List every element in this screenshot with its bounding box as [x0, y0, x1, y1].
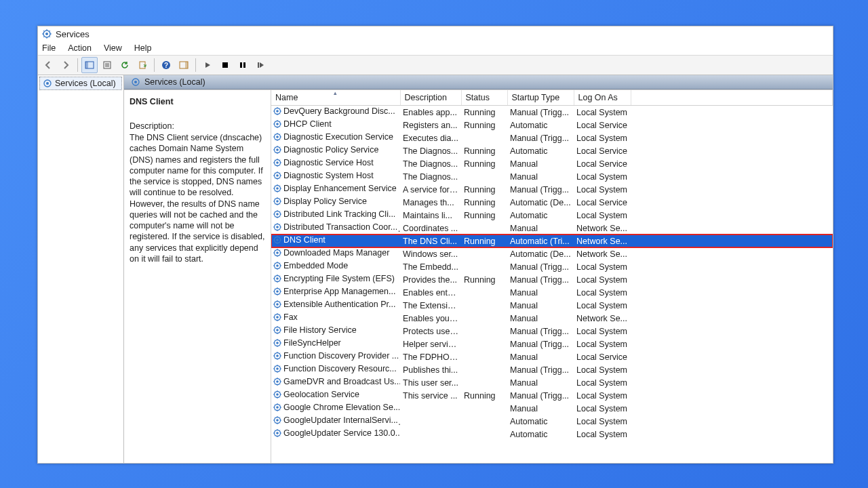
help-button[interactable]: ? — [158, 57, 174, 73]
stop-button[interactable] — [217, 57, 233, 73]
forward-button[interactable] — [58, 57, 74, 73]
cell-description: Enables app... — [400, 106, 461, 119]
description-label: Description: — [130, 121, 265, 131]
cell-status — [461, 222, 507, 235]
table-row[interactable]: DNS ClientThe DNS Cli...RunningAutomatic… — [271, 235, 833, 247]
export-list-button[interactable] — [134, 57, 151, 73]
column-header-description[interactable]: Description — [400, 90, 461, 106]
cell-name: Distributed Transaction Coor... — [283, 222, 397, 232]
cell-description: Protects user... — [400, 325, 461, 338]
cell-status: Running — [461, 273, 507, 286]
cell-log-on-as: Network Se... — [574, 222, 631, 235]
cell-log-on-as: Local System — [574, 209, 631, 222]
show-hide-action-pane-button[interactable] — [176, 57, 192, 73]
gear-icon — [273, 403, 282, 412]
cell-log-on-as: Local System — [574, 273, 631, 286]
properties-button[interactable] — [99, 57, 115, 73]
table-row[interactable]: Distributed Transaction Coor...Coordinat… — [271, 222, 833, 235]
cell-startup-type: Automatic — [507, 209, 574, 222]
column-header-name[interactable]: Name▴ — [271, 90, 400, 106]
cell-description: The Embedd... — [400, 260, 461, 273]
column-header-startup-type[interactable]: Startup Type — [507, 90, 574, 106]
column-header-spacer — [631, 90, 833, 106]
show-hide-tree-button[interactable] — [81, 57, 98, 73]
column-header-log-on-as[interactable]: Log On As — [574, 90, 631, 106]
menu-action[interactable]: Action — [68, 43, 92, 53]
refresh-button[interactable] — [117, 57, 133, 73]
services-icon — [131, 77, 140, 87]
restart-button[interactable] — [252, 57, 269, 73]
cell-status — [461, 350, 507, 363]
table-row[interactable]: Extensible Authentication Pr...The Exten… — [271, 299, 833, 312]
svg-rect-13 — [222, 62, 228, 68]
table-row[interactable]: GoogleUpdater Service 130.0...AutomaticL… — [271, 428, 833, 441]
table-row[interactable]: File History ServiceProtects user...Manu… — [271, 325, 833, 338]
cell-description: The DNS Cli... — [400, 235, 461, 247]
table-row[interactable]: Function Discovery Provider ...The FDPHO… — [271, 350, 833, 363]
table-row[interactable]: Display Policy ServiceManages th...Runni… — [271, 196, 833, 209]
pause-button[interactable] — [235, 57, 251, 73]
svg-point-40 — [276, 226, 279, 228]
menu-help[interactable]: Help — [134, 43, 152, 53]
table-row[interactable]: GameDVR and Broadcast Us...This user ser… — [271, 376, 833, 389]
table-row[interactable]: Enterprise App Managemen...Enables ente.… — [271, 286, 833, 299]
cell-name: Fax — [283, 312, 298, 322]
menu-file[interactable]: File — [42, 43, 56, 53]
cell-status — [461, 260, 507, 273]
svg-point-58 — [276, 342, 279, 344]
table-row[interactable]: GoogleUpdater InternalServi...AutomaticL… — [271, 415, 833, 428]
start-button[interactable] — [199, 57, 216, 73]
cell-name: Diagnostic System Host — [283, 171, 374, 180]
cell-description: This user ser... — [400, 376, 461, 389]
cell-description: Publishes thi... — [400, 363, 461, 376]
cell-startup-type: Automatic — [507, 415, 574, 428]
table-row[interactable]: DHCP ClientRegisters an...RunningAutomat… — [271, 119, 833, 131]
table-row[interactable]: Encrypting File System (EFS)Provides the… — [271, 273, 833, 286]
table-row[interactable]: Distributed Link Tracking Cli...Maintain… — [271, 209, 833, 222]
cell-startup-type: Manual (Trigg... — [507, 363, 574, 376]
svg-point-44 — [276, 251, 279, 254]
svg-point-22 — [276, 110, 279, 113]
table-row[interactable]: Embedded ModeThe Embedd...Manual (Trigg.… — [271, 260, 833, 273]
table-row[interactable]: Diagnostic Service HostThe Diagnos...Run… — [271, 157, 833, 170]
gear-icon — [273, 261, 282, 270]
svg-point-60 — [276, 354, 279, 357]
cell-log-on-as: Local Service — [574, 144, 631, 157]
cell-status: Running — [461, 106, 507, 119]
svg-rect-14 — [240, 62, 242, 68]
table-row[interactable]: Downloaded Maps ManagerWindows ser...Aut… — [271, 247, 833, 260]
cell-status — [461, 325, 507, 338]
svg-point-72 — [276, 432, 279, 434]
cell-status: Running — [461, 235, 507, 247]
table-row[interactable]: DevQuery Background Disc...Enables app..… — [271, 106, 833, 119]
tree-item-services-local[interactable]: Services (Local) — [39, 77, 122, 90]
tab-label: Services (Local) — [144, 77, 205, 87]
selected-service-name: DNS Client — [130, 97, 265, 106]
gear-icon — [273, 197, 282, 206]
table-row[interactable]: Geolocation ServiceThis service ...Runni… — [271, 389, 833, 402]
table-row[interactable]: Diagnostic Policy ServiceThe Diagnos...R… — [271, 144, 833, 157]
services-list[interactable]: Name▴ Description Status Startup Type Lo… — [271, 90, 833, 463]
menu-view[interactable]: View — [104, 43, 122, 53]
services-icon — [42, 29, 52, 39]
table-row[interactable]: FileSyncHelperHelper servic...Manual (Tr… — [271, 338, 833, 350]
back-button[interactable] — [40, 57, 56, 73]
cell-name: DNS Client — [283, 235, 326, 245]
table-row[interactable]: Display Enhancement ServiceA service for… — [271, 183, 833, 196]
gear-icon — [273, 312, 282, 322]
table-row[interactable]: Google Chrome Elevation Se...ManualLocal… — [271, 402, 833, 415]
table-row[interactable]: Diagnostic Execution ServiceExecutes dia… — [271, 131, 833, 144]
cell-name: Embedded Mode — [283, 261, 348, 270]
gear-icon — [273, 132, 282, 142]
gear-icon — [273, 184, 282, 193]
cell-name: GoogleUpdater InternalServi... — [283, 415, 398, 425]
cell-log-on-as: Local System — [574, 415, 631, 428]
gear-icon — [273, 274, 282, 283]
column-header-status[interactable]: Status — [461, 90, 507, 106]
cell-startup-type: Automatic (De... — [507, 247, 574, 260]
cell-name: DHCP Client — [283, 119, 332, 129]
table-row[interactable]: FaxEnables you ...ManualNetwork Se... — [271, 312, 833, 325]
table-row[interactable]: Diagnostic System HostThe Diagnos...Manu… — [271, 170, 833, 183]
cell-name: FileSyncHelper — [283, 338, 341, 348]
table-row[interactable]: Function Discovery Resourc...Publishes t… — [271, 363, 833, 376]
